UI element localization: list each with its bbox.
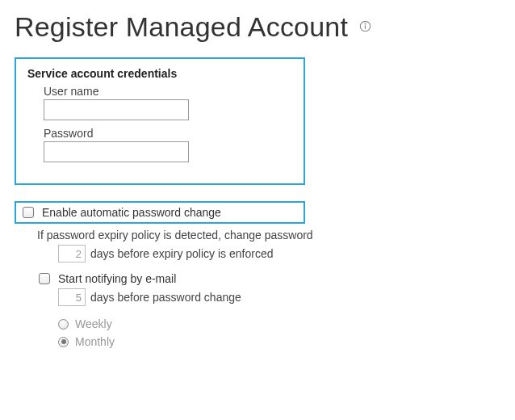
notify-days-row: days before password change [58, 288, 500, 306]
credentials-section: Service account credentials User name Pa… [15, 57, 305, 185]
radio-monthly[interactable] [58, 337, 69, 347]
page-title-text: Register Managed Account [15, 11, 348, 42]
notify-line-2: days before password change [90, 291, 241, 304]
auto-password-options: If password expiry policy is detected, c… [37, 229, 500, 348]
days-before-expiry-input[interactable] [58, 245, 86, 262]
username-field-block: User name [44, 85, 292, 120]
enable-auto-password-row: Enable automatic password change [15, 201, 305, 224]
days-before-change-input[interactable] [58, 288, 86, 306]
radio-weekly[interactable] [58, 319, 69, 330]
svg-point-1 [364, 23, 366, 24]
username-label: User name [44, 85, 292, 98]
schedule-monthly-label: Monthly [75, 335, 115, 348]
enable-auto-password-checkbox[interactable] [23, 207, 34, 218]
schedule-weekly-label: Weekly [75, 317, 112, 330]
expiry-days-row: days before expiry policy is enforced [58, 245, 500, 262]
password-label: Password [44, 127, 292, 140]
credentials-section-title: Service account credentials [27, 67, 292, 80]
username-input[interactable] [44, 99, 189, 120]
enable-auto-password-label: Enable automatic password change [42, 206, 221, 219]
notify-row: Start notifying by e-mail [39, 272, 500, 285]
schedule-group: Weekly Monthly [58, 317, 500, 348]
info-icon[interactable] [359, 20, 371, 32]
schedule-weekly-row[interactable]: Weekly [58, 317, 500, 330]
page-title: Register Managed Account [15, 11, 500, 43]
svg-rect-2 [365, 25, 366, 28]
schedule-monthly-row[interactable]: Monthly [58, 335, 500, 348]
password-input[interactable] [44, 141, 189, 162]
password-field-block: Password [44, 127, 292, 162]
notify-email-checkbox[interactable] [39, 273, 50, 284]
expiry-line-1: If password expiry policy is detected, c… [37, 229, 500, 242]
notify-email-label: Start notifying by e-mail [58, 272, 176, 285]
expiry-line-2: days before expiry policy is enforced [90, 247, 273, 260]
